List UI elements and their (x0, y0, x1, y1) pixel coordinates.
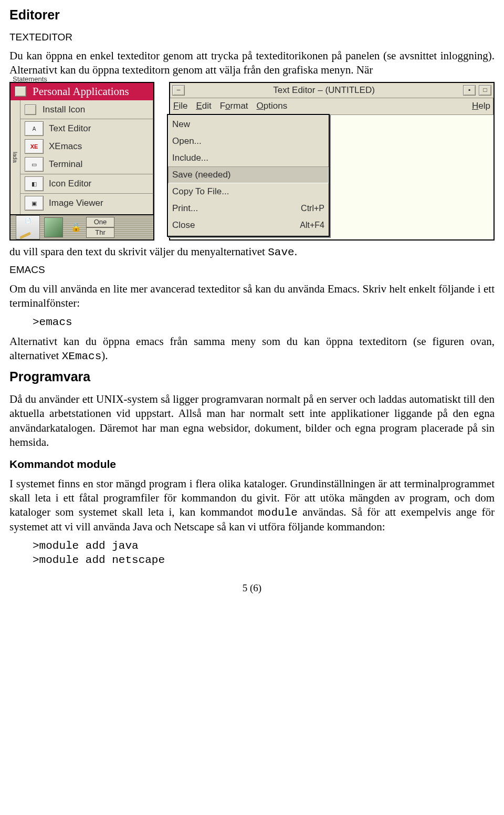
separator (20, 174, 153, 174)
menu-file[interactable]: File (173, 100, 187, 112)
menu-item-label: Image Viewer (49, 197, 103, 209)
menu-item-label: XEmacs (49, 141, 82, 152)
checkbox-icon (15, 86, 26, 97)
filemenu-close[interactable]: Close Alt+F4 (168, 217, 329, 234)
file-dropdown-menu: New Open... Include... Save (needed) Cop (167, 114, 330, 237)
icon-editor-icon: ◧ (25, 176, 44, 191)
dock-strip: 📄 🔒 One Thr (10, 214, 153, 239)
menu-item-label: Icon Editor (49, 178, 91, 190)
heading-programvara: Programvara (9, 368, 495, 385)
filemenu-new[interactable]: New (168, 116, 329, 133)
window-title: Text Editor – (UNTITLED) (188, 85, 460, 96)
filemenu-label: New (172, 119, 190, 130)
menu-item-label: Install Icon (43, 104, 85, 116)
filemenu-shortcut: Ctrl+P (301, 203, 324, 214)
menubar: File Edit Format Options Help (170, 98, 494, 115)
para-save-instruction: du vill spara den text du skrivit väljer… (9, 245, 495, 259)
personal-applications-panel: Statements Personal Applications lada In… (9, 82, 154, 241)
para-module: I systemet finns en stor mängd program i… (9, 477, 495, 535)
menu-options[interactable]: Options (257, 100, 288, 112)
workspace-thr-button[interactable]: Thr (86, 227, 114, 238)
notepad-dock-icon[interactable]: 📄 (16, 215, 40, 239)
editor-text-area[interactable]: New Open... Include... Save (needed) Cop (170, 115, 494, 239)
menu-item-icon-editor[interactable]: ◧ Icon Editor (20, 175, 153, 193)
filemenu-label: Print... (172, 203, 198, 214)
xemacs-icon: XE (25, 139, 44, 154)
window-minimize-button[interactable]: ▪ (463, 85, 476, 96)
filemenu-label: Save (needed) (172, 169, 231, 181)
heading-module: Kommandot module (9, 457, 495, 471)
filemenu-save[interactable]: Save (needed) (168, 166, 329, 183)
filemenu-label: Copy To File... (172, 186, 229, 197)
para-emacs-intro: Om du vill använda en lite mer avancerad… (9, 282, 495, 311)
code-module: >module add java >module add netscape (33, 539, 495, 568)
subtitle-emacs: EMACS (9, 264, 495, 277)
personal-applications-list: Install Icon A Text Editor XE XEmacs ▭ T… (20, 100, 153, 214)
filemenu-open[interactable]: Open... (168, 133, 329, 150)
filemenu-label: Include... (172, 152, 208, 164)
menu-item-xemacs[interactable]: XE XEmacs (20, 138, 153, 155)
window-maximize-button[interactable]: □ (479, 85, 491, 96)
window-titlebar: – Text Editor – (UNTITLED) ▪ □ (170, 83, 494, 98)
menu-format[interactable]: Format (220, 100, 248, 112)
para-programvara: Då du använder ett UNIX-system så ligger… (9, 392, 495, 450)
menu-item-label: Terminal (49, 159, 82, 170)
menu-item-label: Text Editor (49, 123, 91, 134)
lock-icon: 🔒 (70, 222, 82, 233)
terminal-icon: ▭ (25, 157, 44, 172)
page-number: 5 (6) (9, 582, 495, 595)
separator (20, 193, 153, 194)
workspace-chips: One Thr (86, 217, 114, 238)
para-texteditor-intro: Du kan öppna en enkel texteditor genom a… (9, 49, 495, 78)
code-emacs: >emacs (33, 315, 495, 329)
text-editor-icon: A (25, 121, 44, 136)
subtitle-texteditor: TEXTEDITOR (9, 31, 495, 44)
filemenu-label: Open... (172, 135, 202, 147)
separator (20, 119, 153, 119)
filemenu-copy-to-file[interactable]: Copy To File... (168, 183, 329, 200)
landscape-dock-icon[interactable] (44, 217, 63, 237)
figure-row: Statements Personal Applications lada In… (9, 82, 495, 241)
menu-edit[interactable]: Edit (196, 100, 211, 112)
menu-item-install-icon[interactable]: Install Icon (20, 101, 153, 118)
personal-applications-header[interactable]: Personal Applications (10, 83, 153, 100)
top-caption: Statements (13, 74, 47, 83)
filemenu-print[interactable]: Print... Ctrl+P (168, 200, 329, 217)
checkbox-icon (25, 105, 36, 115)
text-editor-window: – Text Editor – (UNTITLED) ▪ □ File Edit… (169, 82, 495, 241)
workspace-one-button[interactable]: One (86, 217, 114, 227)
menu-help[interactable]: Help (472, 100, 490, 112)
personal-applications-title: Personal Applications (33, 85, 129, 99)
window-menu-button[interactable]: – (172, 85, 185, 96)
heading-editorer: Editorer (9, 6, 495, 24)
image-viewer-icon: ▣ (25, 196, 44, 211)
menu-item-terminal[interactable]: ▭ Terminal (20, 155, 153, 173)
filemenu-include[interactable]: Include... (168, 150, 329, 166)
menu-item-text-editor[interactable]: A Text Editor (20, 120, 153, 138)
para-emacs-alt: Alternativt kan du öppna emacs från samm… (9, 335, 495, 364)
filemenu-shortcut: Alt+F4 (300, 220, 324, 231)
gutter-label: lada (10, 100, 20, 214)
menu-item-image-viewer[interactable]: ▣ Image Viewer (20, 194, 153, 212)
filemenu-label: Close (172, 220, 195, 231)
